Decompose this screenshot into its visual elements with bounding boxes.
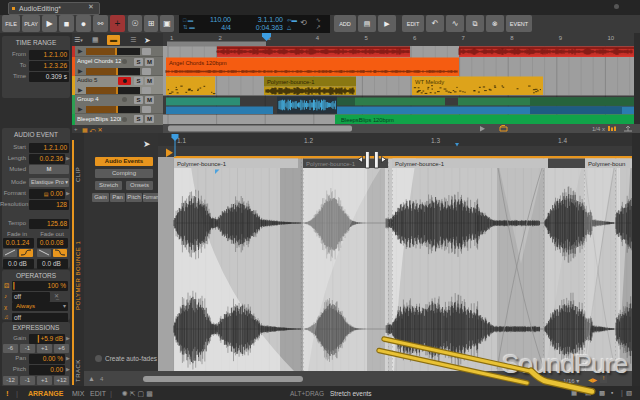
svg-text:1.2: 1.2: [304, 137, 313, 144]
svg-text:Polymer-boun: Polymer-boun: [588, 161, 625, 167]
svg-text:Angel Chords 120bpm: Angel Chords 120bpm: [169, 60, 227, 66]
svg-text:1/4 x: 1/4 x: [592, 126, 605, 132]
svg-text:10: 10: [607, 35, 614, 41]
svg-text:BleepsBlips 120bpm: BleepsBlips 120bpm: [341, 117, 394, 123]
svg-text:Polymer-bounce-1: Polymer-bounce-1: [177, 161, 227, 167]
svg-text:1.4: 1.4: [558, 137, 567, 144]
svg-text:Polymer-bounce-1: Polymer-bounce-1: [395, 161, 445, 167]
svg-text:WT Melody: WT Melody: [415, 79, 444, 85]
svg-text:1.3: 1.3: [431, 137, 440, 144]
svg-text:Polymer-bounce-1: Polymer-bounce-1: [306, 161, 356, 167]
svg-text:Polymer-bounce-1: Polymer-bounce-1: [267, 79, 314, 85]
